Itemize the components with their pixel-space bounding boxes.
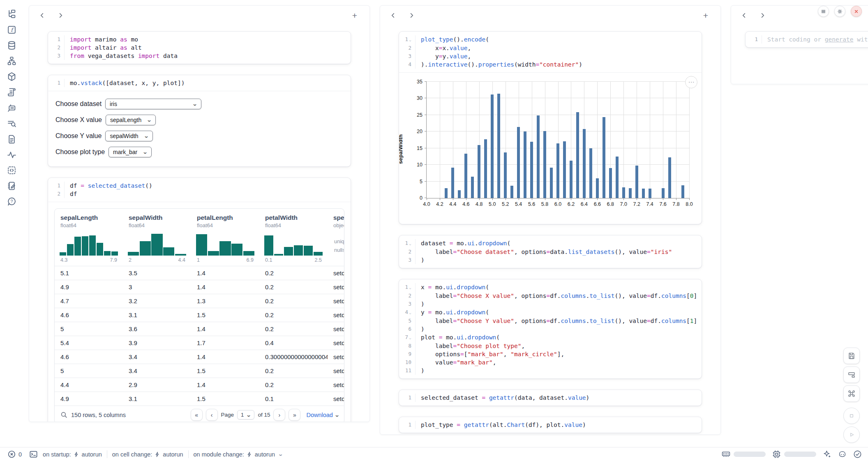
add-cell-button[interactable]: + <box>350 11 360 20</box>
code-editor[interactable]: 1⌄dataset = mo.ui.dropdown(2 label="Choo… <box>399 235 702 268</box>
code-editor[interactable]: 1mo.vstack([dataset, x, y, plot]) <box>48 75 351 91</box>
y-value-select[interactable]: sepalWidth⌄ <box>105 131 152 141</box>
code-text: plot_type = getattr(alt.Chart(df), plot.… <box>416 421 586 429</box>
autorun-setting[interactable]: on startup:autorun <box>43 451 102 458</box>
sidebar-help-button[interactable]: ? <box>7 196 16 206</box>
table-cell: 0.2 <box>259 266 328 280</box>
table-cell: setosa <box>328 392 344 406</box>
scroll-right-button[interactable] <box>409 12 415 18</box>
sidebar-snippets-button[interactable] <box>7 165 16 175</box>
table-cell: 4.7 <box>55 294 123 308</box>
next-page-button[interactable]: › <box>273 409 285 421</box>
shutdown-button[interactable] <box>851 6 862 17</box>
search-icon[interactable] <box>60 411 67 418</box>
last-page-button[interactable]: » <box>289 409 300 421</box>
scroll-right-button[interactable] <box>760 12 766 18</box>
selected-value: sepalWidth <box>110 133 138 139</box>
cell-dataframe: 1df = selected_dataset()2df sepalLengthf… <box>48 177 351 422</box>
settings-button[interactable] <box>834 6 845 17</box>
sidebar-variables-button[interactable]: f <box>7 25 16 35</box>
fold-icon[interactable]: ⌄ <box>409 310 411 315</box>
table-row: 53.41.50.2setosa <box>55 364 344 378</box>
sidebar-file-explorer-button[interactable] <box>7 9 16 19</box>
sidebar-datasources-button[interactable] <box>7 40 16 50</box>
generate-link[interactable]: generate <box>825 36 854 43</box>
code-editor[interactable]: 1⌄plot_type().encode(2 x=x.value,3 y=y.v… <box>399 32 702 72</box>
svg-text:?: ? <box>10 199 13 203</box>
sidebar-packages-button[interactable] <box>7 71 16 81</box>
sidebar-documentation-button[interactable] <box>7 134 16 144</box>
table-cell: 5.4 <box>55 336 123 350</box>
column-header[interactable]: sepalLengthfloat64 <box>55 209 123 228</box>
column-header[interactable]: petalWidthfloat64 <box>259 209 328 228</box>
stat-line: unique <box>334 237 344 246</box>
code-editor[interactable]: 1⌄x = mo.ui.dropdown(2 label="Choose X v… <box>399 279 702 378</box>
fold-icon[interactable]: ⌄ <box>409 335 411 340</box>
terminal-button[interactable] <box>29 450 38 459</box>
sidebar-tracing-button[interactable] <box>7 150 16 159</box>
previous-page-button[interactable]: ‹ <box>206 409 218 421</box>
code-editor[interactable]: 1 Start coding or generate with <box>746 32 868 47</box>
sidebar-dependencies-button[interactable] <box>7 56 16 66</box>
page-select[interactable]: 1⌄ <box>237 410 254 420</box>
error-circle-icon <box>8 450 16 458</box>
chart-bar <box>445 188 448 198</box>
download-button[interactable]: Download⌄ <box>306 412 339 418</box>
save-button[interactable] <box>843 348 860 364</box>
vega-actions-button[interactable]: ⋯ <box>685 76 697 88</box>
table-cell: 3.4 <box>123 350 191 364</box>
cpu-progress <box>784 452 816 457</box>
ai-assist-button[interactable] <box>823 450 831 459</box>
code-editor[interactable]: 1df = selected_dataset()2df <box>48 178 351 202</box>
errors-button[interactable]: 0 <box>5 450 24 459</box>
scroll-left-button[interactable] <box>741 12 747 18</box>
copilot-button[interactable] <box>838 450 847 459</box>
x-tick-label: 6.8 <box>607 201 614 207</box>
run-button[interactable] <box>843 426 860 443</box>
scroll-left-button[interactable] <box>39 12 45 18</box>
line-number: 3 <box>399 52 416 60</box>
autorun-setting[interactable]: on module change:autorun⌄ <box>194 451 283 458</box>
plot-type-select[interactable]: mark_bar⌄ <box>108 147 152 157</box>
chevron-down-icon: ⌄ <box>246 412 252 418</box>
autorun-setting[interactable]: on cell change:autorun <box>112 451 183 458</box>
code-editor[interactable]: 1plot_type = getattr(alt.Chart(df), plot… <box>399 417 702 433</box>
sidebar-ai-chat-button[interactable] <box>7 103 16 113</box>
x-tick-label: 7.8 <box>672 201 679 207</box>
column-dtype: object <box>333 222 344 228</box>
scroll-right-button[interactable] <box>58 12 64 18</box>
histogram-bar <box>163 247 174 256</box>
fold-icon[interactable]: ⌄ <box>409 37 411 42</box>
connection-status-button[interactable] <box>853 450 862 459</box>
range-min: 1 <box>197 257 200 263</box>
sidebar-logs-button[interactable] <box>7 87 16 97</box>
sidebar-outline-button[interactable] <box>7 118 16 128</box>
fold-icon[interactable]: ⌄ <box>409 241 411 246</box>
first-page-button[interactable]: « <box>191 409 203 421</box>
range-max: 2.5 <box>315 257 322 263</box>
line-number: 3 <box>399 300 416 308</box>
scroll-left-button[interactable] <box>390 12 396 18</box>
sidebar-scratchpad-button[interactable] <box>7 181 16 191</box>
notebook-menu-button[interactable] <box>818 6 829 17</box>
column-header[interactable]: petalLengthfloat64 <box>191 209 259 228</box>
code-text: y=y.value, <box>416 52 471 60</box>
add-cell-button[interactable]: + <box>701 11 711 20</box>
shortcuts-button[interactable] <box>843 385 860 402</box>
x-value-select[interactable]: sepalLength⌄ <box>106 115 156 125</box>
cell-dataset-dropdown: 1⌄dataset = mo.ui.dropdown(2 label="Choo… <box>399 235 702 268</box>
table-cell: 3.5 <box>123 266 191 280</box>
line-number: 1 <box>399 421 416 429</box>
terminal-icon <box>29 450 38 459</box>
page-total-label: of 15 <box>258 412 270 418</box>
dataset-select[interactable]: iris⌄ <box>105 99 201 109</box>
stop-button[interactable] <box>843 408 860 424</box>
layout-button[interactable] <box>843 366 860 383</box>
line-number: 2 <box>399 44 416 52</box>
column-header[interactable]: sepalWidthfloat64 <box>123 209 191 228</box>
fold-icon[interactable]: ⌄ <box>409 285 411 290</box>
code-editor[interactable]: 1selected_dataset = getattr(data, datase… <box>399 390 702 406</box>
code-editor[interactable]: 1import marimo as mo2import altair as al… <box>48 32 351 64</box>
altair-bar-chart[interactable]: 4.04.24.44.64.85.05.25.45.65.86.06.26.46… <box>405 77 696 221</box>
column-header[interactable]: speciesobject <box>328 209 344 228</box>
